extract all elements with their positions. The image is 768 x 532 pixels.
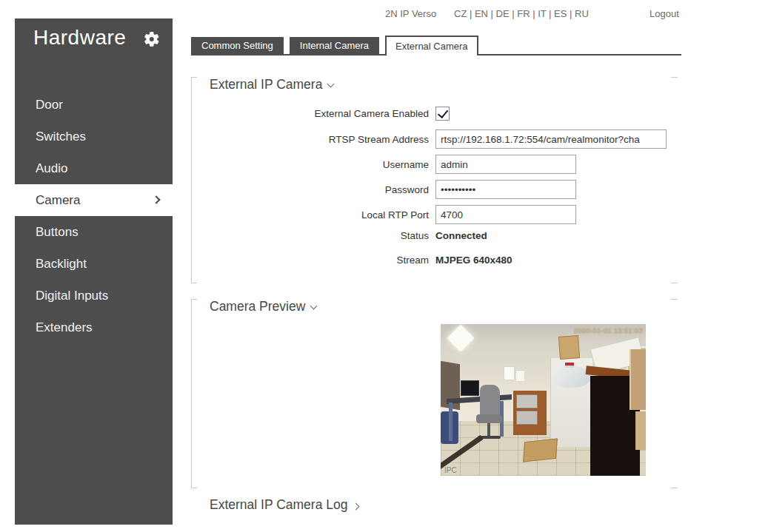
form-row: Status Connected — [191, 230, 681, 241]
form-row: RTSP Stream Address — [191, 129, 681, 149]
sidebar-item-label: Digital Inputs — [36, 289, 108, 303]
form-row: External Camera Enabled — [191, 107, 681, 121]
preview-cabinet-drawer — [516, 411, 538, 425]
sidebar-item-label: Switches — [36, 129, 86, 144]
sidebar-item-extenders[interactable]: Extenders — [15, 312, 173, 343]
preview-floor-box — [523, 438, 558, 462]
preview-plastic-bag — [552, 366, 591, 388]
rtsp-stream-address-input[interactable] — [435, 129, 667, 149]
sidebar-nav: Door Switches Audio Camera Buttons Backl… — [15, 89, 173, 343]
camera-preview-image: 2000-01-01 13:51:03 IPC — [441, 324, 646, 476]
section-tick-top-right — [671, 77, 678, 78]
sidebar-item-label: Buttons — [36, 225, 79, 239]
preview-office-chair-post — [487, 423, 490, 437]
preview-desk-leg — [449, 403, 453, 441]
form-row: Stream MJPEG 640x480 — [191, 255, 681, 266]
preview-wall-paper — [504, 367, 514, 380]
preview-cardboard-box — [630, 349, 646, 410]
sidebar-item-label: Extenders — [36, 320, 93, 334]
form-row: Username — [191, 155, 681, 174]
sidebar-item-buttons[interactable]: Buttons — [15, 216, 173, 248]
chevron-down-icon — [310, 303, 318, 310]
chevron-right-icon — [152, 195, 160, 203]
username-field[interactable] — [435, 155, 576, 174]
section-header-camera-preview[interactable]: Camera Preview — [210, 299, 316, 314]
status-value: Connected — [435, 230, 487, 241]
sidebar-item-backlight[interactable]: Backlight — [15, 248, 173, 280]
section-external-ip-camera: External IP Camera External Camera Enabl… — [191, 74, 681, 285]
section-title: Camera Preview — [210, 299, 305, 314]
preview-box-on-cabinet — [558, 335, 580, 360]
stream-label: Stream — [191, 255, 435, 266]
sidebar-item-digital-inputs[interactable]: Digital Inputs — [15, 280, 173, 312]
section-bracket-left — [191, 299, 197, 488]
sidebar: Hardware Door Switches Audio Camera Butt… — [15, 18, 173, 525]
external-camera-enabled-checkbox[interactable] — [435, 107, 450, 121]
sidebar-item-door[interactable]: Door — [15, 89, 173, 121]
password-label: Password — [191, 184, 435, 195]
section-tick-bottom-right — [671, 283, 678, 283]
sidebar-item-label: Camera — [36, 193, 80, 207]
tab-internal-camera[interactable]: Internal Camera — [290, 37, 379, 54]
chevron-right-icon — [353, 503, 360, 511]
password-field[interactable] — [435, 180, 576, 199]
tab-label: Internal Camera — [300, 40, 369, 51]
sidebar-item-label: Backlight — [36, 257, 87, 271]
local-rtp-port-field[interactable] — [435, 205, 576, 224]
tab-label: External Camera — [395, 41, 468, 52]
section-title: External IP Camera — [210, 77, 322, 92]
section-tick-top-right — [671, 299, 678, 300]
sidebar-item-camera[interactable]: Camera — [15, 184, 173, 216]
rtsp-stream-address-label: RTSP Stream Address — [191, 134, 435, 145]
tab-bar: Common Setting Internal Camera External … — [191, 36, 681, 55]
stream-value: MJPEG 640x480 — [435, 255, 512, 266]
tab-common-setting[interactable]: Common Setting — [191, 37, 284, 54]
chevron-down-icon — [327, 81, 335, 88]
external-camera-enabled-label: External Camera Enabled — [191, 108, 435, 119]
section-tick-bottom-right — [671, 488, 678, 488]
preview-watermark: IPC — [444, 466, 457, 474]
local-rtp-port-label: Local RTP Port — [191, 209, 435, 220]
tab-external-camera[interactable]: External Camera — [385, 36, 478, 55]
form-row: Local RTP Port — [191, 205, 681, 224]
main-content: Common Setting Internal Camera External … — [191, 0, 681, 532]
gear-icon[interactable] — [143, 30, 161, 48]
log-link-label: External IP Camera Log — [210, 497, 347, 512]
sidebar-item-label: Door — [36, 98, 63, 112]
section-camera-preview: Camera Preview — [191, 296, 681, 490]
sidebar-item-label: Audio — [36, 161, 67, 175]
preview-timestamp-overlay: 2000-01-01 13:51:03 — [574, 327, 643, 334]
sidebar-title: Hardware — [33, 26, 126, 50]
username-label: Username — [191, 159, 435, 170]
preview-cabinet-drawer — [516, 394, 538, 408]
preview-ceiling-light — [447, 325, 475, 352]
preview-monitor — [461, 380, 479, 396]
external-ip-camera-log-link[interactable]: External IP Camera Log — [210, 497, 358, 513]
preview-office-chair-seat — [476, 414, 502, 423]
section-header-external-ip-camera[interactable]: External IP Camera — [210, 77, 333, 92]
preview-wall-paper — [516, 371, 524, 381]
preview-cardboard-box — [635, 411, 646, 450]
status-label: Status — [191, 230, 435, 241]
sidebar-item-switches[interactable]: Switches — [15, 121, 173, 152]
tab-label: Common Setting — [201, 40, 273, 51]
form-row: Password — [191, 180, 681, 199]
sidebar-item-audio[interactable]: Audio — [15, 152, 173, 184]
preview-office-chair — [480, 385, 500, 417]
